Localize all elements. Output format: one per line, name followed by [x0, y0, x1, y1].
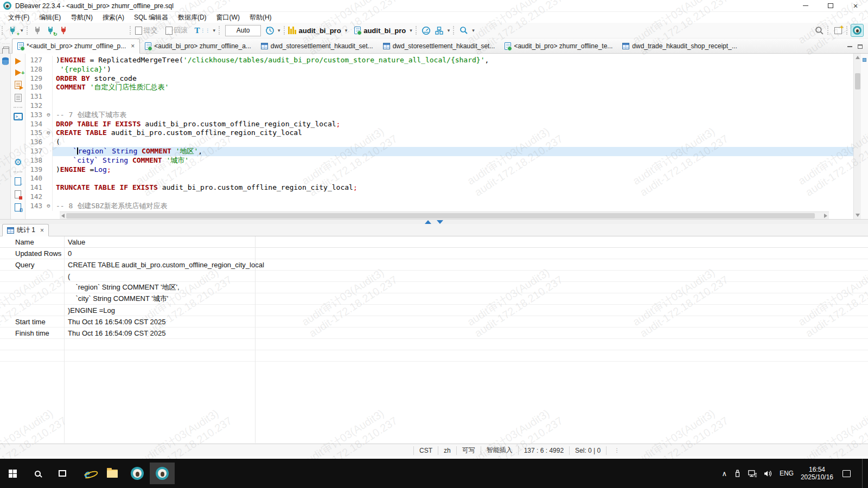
minimize-button[interactable] [793, 0, 818, 12]
statusbar-item-3[interactable]: 智能插入 [481, 446, 518, 455]
code-line-139[interactable]: 139)ENGINE =Log; [25, 165, 853, 175]
statusbar-item-0[interactable]: CST [413, 446, 438, 455]
table-row-0[interactable]: Updated Rows0 [0, 248, 868, 259]
scroll-right-icon[interactable] [824, 214, 827, 218]
code-area[interactable]: 127)ENGINE = ReplicatedMergeTree('/click… [25, 54, 853, 219]
line-number[interactable]: 129 [25, 74, 45, 84]
menu-item-4[interactable]: SQL 编辑器 [129, 12, 173, 23]
connect-button[interactable] [31, 24, 44, 37]
close-icon[interactable]: × [131, 42, 135, 50]
line-number[interactable]: 134 [25, 120, 45, 129]
line-number[interactable]: 138 [25, 156, 45, 165]
code-line-132[interactable]: 132 [25, 101, 853, 111]
execute-sql-new-tab-icon[interactable]: + [15, 69, 21, 76]
close-icon[interactable]: × [40, 227, 44, 234]
horizontal-scrollbar[interactable] [60, 211, 829, 219]
line-number[interactable]: 140 [25, 174, 45, 183]
action-center-icon[interactable] [843, 470, 851, 477]
code-line-137[interactable]: 137 `region` String COMMENT '地区', [25, 147, 853, 156]
code-line-133[interactable]: 133⊖-- 7 创建线下城市表 [25, 111, 853, 120]
code-text[interactable] [53, 174, 853, 183]
menu-item-1[interactable]: 编辑(E) [34, 12, 66, 23]
statusbar-item-1[interactable]: zh [438, 446, 456, 455]
database-navigator-icon[interactable] [1, 57, 10, 66]
commit-mode-combo[interactable]: Auto [225, 25, 261, 36]
scroll-up-icon[interactable] [856, 56, 860, 59]
history-dropdown-icon[interactable]: ▾ [276, 28, 282, 33]
execute-sql-script-icon[interactable] [15, 81, 22, 89]
open-perspective-button[interactable]: ✦ [832, 24, 845, 37]
code-text[interactable] [53, 92, 853, 101]
open-sql-console-icon[interactable]: >_ [14, 113, 23, 120]
table-row-5[interactable]: )ENGINE =Log [0, 305, 868, 316]
fold-collapse-icon[interactable]: ⊖ [45, 129, 53, 138]
table-row-6[interactable]: Start timeThu Oct 16 16:54:09 CST 2025 [0, 316, 868, 328]
table-row-1[interactable]: QueryCREATE TABLE audit_bi_pro.custom_of… [0, 259, 868, 271]
column-header-name[interactable]: Name [0, 238, 64, 246]
transaction-history-button[interactable] [263, 24, 276, 37]
table-row-9[interactable] [0, 350, 868, 362]
export-result-icon[interactable]: → [15, 177, 21, 185]
line-number[interactable]: 131 [25, 92, 45, 101]
code-text[interactable]: TRUNCATE TABLE IF EXISTS audit_bi_pro.cu… [53, 183, 853, 192]
code-line-131[interactable]: 131 [25, 92, 853, 101]
editor-results-splitter[interactable] [0, 219, 868, 224]
file-explorer-button[interactable] [100, 463, 125, 484]
code-text[interactable]: -- 7 创建线下城市表 [53, 111, 853, 120]
line-number[interactable]: 135 [25, 129, 45, 138]
search-button[interactable] [457, 24, 470, 37]
splitter-down-icon[interactable] [437, 220, 443, 224]
code-line-141[interactable]: 141TRUNCATE TABLE IF EXISTS audit_bi_pro… [25, 183, 853, 192]
line-number[interactable]: 130 [25, 83, 45, 92]
editor-tab-3[interactable]: dwd_storesettlement_hkaudit_set... [378, 39, 500, 53]
input-language-indicator[interactable]: ENG [780, 470, 794, 477]
internet-explorer-button[interactable]: e [75, 463, 100, 484]
dbeaver-taskbar-button-active[interactable] [150, 463, 175, 484]
editor-settings-icon[interactable]: ⚙ [14, 158, 22, 166]
quick-access-search-button[interactable] [813, 24, 826, 37]
tab-statistics[interactable]: 统计 1 × [2, 224, 49, 236]
menu-item-5[interactable]: 数据库(D) [173, 12, 212, 23]
rollback-button[interactable]: 回滚 [164, 24, 189, 37]
start-button[interactable] [0, 463, 25, 484]
transaction-log-button[interactable]: T ⋮⋮ [194, 24, 212, 37]
code-text[interactable]: '{replica}') [53, 65, 853, 74]
close-button[interactable]: × [843, 0, 868, 12]
code-text[interactable]: ( [53, 138, 853, 147]
code-text[interactable]: CREATE TABLE audit_bi_pro.custom_offline… [53, 129, 853, 138]
code-line-129[interactable]: 129ORDER BY store_code [25, 74, 853, 84]
code-line-138[interactable]: 138 `city` String COMMENT '城市' [25, 156, 853, 165]
server-dropdown-icon[interactable]: ▾ [446, 28, 452, 33]
column-divider[interactable] [64, 236, 65, 443]
code-text[interactable] [53, 192, 853, 202]
taskbar-search-button[interactable] [25, 463, 50, 484]
vertical-scrollbar[interactable] [853, 54, 861, 219]
menu-item-6[interactable]: 窗口(W) [212, 12, 245, 23]
code-text[interactable]: DROP TABLE IF EXISTS audit_bi_pro.custom… [53, 120, 853, 129]
search-dropdown-icon[interactable]: ▾ [470, 28, 476, 33]
code-text[interactable]: COMMENT '自定义门店性质汇总表' [53, 83, 853, 92]
code-line-130[interactable]: 130COMMENT '自定义门店性质汇总表' [25, 83, 853, 92]
dbeaver-perspective-button[interactable] [851, 24, 864, 37]
line-number[interactable]: 127 [25, 56, 45, 65]
dashboard-button[interactable] [420, 24, 433, 37]
statusbar-item-2[interactable]: 可写 [456, 446, 481, 455]
usb-device-icon[interactable] [734, 470, 741, 477]
save-file-icon[interactable] [15, 190, 21, 198]
line-number[interactable]: 143 [25, 202, 45, 211]
editor-stack-icon[interactable] [3, 47, 9, 52]
column-divider[interactable] [255, 236, 256, 443]
editor-tab-1[interactable]: <audit_bi_pro> zhumr_offline_a... [140, 39, 256, 53]
menu-item-2[interactable]: 导航(N) [66, 12, 98, 23]
explain-execution-plan-icon[interactable] [15, 94, 22, 102]
code-line-142[interactable]: 142 [25, 192, 853, 202]
scroll-down-icon[interactable] [856, 214, 860, 217]
code-line-135[interactable]: 135⊖CREATE TABLE audit_bi_pro.custom_off… [25, 129, 853, 138]
line-number[interactable]: 142 [25, 192, 45, 202]
code-line-136[interactable]: 136( [25, 138, 853, 147]
statusbar-item-5[interactable]: Sel: 0 | 0 [569, 446, 607, 455]
table-row-8[interactable] [0, 339, 868, 350]
code-text[interactable]: `region` String COMMENT '地区', [53, 147, 853, 156]
transaction-dropdown-icon[interactable]: ▾ [212, 28, 218, 33]
line-number[interactable]: 136 [25, 138, 45, 147]
